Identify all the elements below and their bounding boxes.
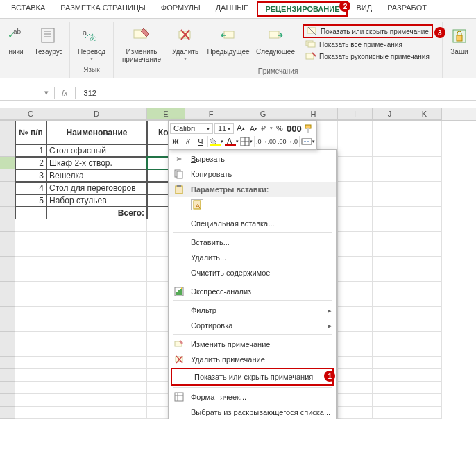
cell-empty[interactable] (15, 344, 46, 357)
ctx-sort[interactable]: Сортировка ▸ (169, 318, 336, 333)
col-header-g[interactable]: G (237, 108, 289, 120)
mini-font-combo[interactable]: Calibri▾ (170, 123, 213, 134)
mini-dec-decimal[interactable]: .00→.0 (278, 135, 298, 148)
cell-empty[interactable] (407, 357, 442, 369)
row-header-7[interactable] (0, 207, 15, 219)
cell-empty[interactable] (15, 319, 46, 332)
cell-empty[interactable] (46, 269, 147, 282)
mini-currency[interactable]: ₽▾ (260, 122, 273, 135)
cell-empty[interactable] (407, 382, 442, 394)
cell-empty[interactable] (338, 232, 373, 244)
cell-empty[interactable] (338, 357, 373, 369)
col-header-k[interactable]: K (407, 108, 442, 120)
cell-d7-total[interactable]: Всего: (46, 207, 147, 219)
cell-d2[interactable]: Стол офисный (46, 144, 147, 157)
cell-empty[interactable] (15, 257, 46, 269)
col-header-d[interactable]: D (46, 108, 147, 120)
tab-review[interactable]: РЕЦЕНЗИРОВАНИЕ 2 (257, 1, 348, 17)
row-header-empty[interactable] (0, 332, 15, 344)
row-header-2[interactable] (0, 144, 15, 157)
cell-empty[interactable] (338, 382, 373, 394)
cell-empty[interactable] (338, 307, 373, 319)
cell-empty[interactable] (373, 319, 407, 332)
cell-empty[interactable] (338, 282, 373, 294)
cell-empty[interactable] (407, 332, 442, 344)
cell-c5[interactable]: 4 (15, 182, 46, 194)
cell-empty[interactable] (46, 294, 147, 307)
ctx-paste-option[interactable]: A (169, 197, 336, 212)
cell-empty[interactable] (15, 269, 46, 282)
cell-empty[interactable] (338, 394, 373, 407)
next-comment-button[interactable]: Следующее (254, 23, 297, 65)
col-header-c[interactable]: C (15, 108, 46, 120)
ctx-copy[interactable]: Копировать (169, 167, 336, 182)
cell-empty[interactable] (407, 219, 442, 232)
ctx-format-cells[interactable]: Формат ячеек... (169, 389, 336, 405)
mini-format-painter[interactable] (303, 122, 314, 135)
cell-empty[interactable] (407, 269, 442, 282)
cell-empty[interactable] (407, 407, 442, 419)
delete-comment-button[interactable]: Удалить ▾ (168, 23, 203, 65)
cell-empty[interactable] (407, 307, 442, 319)
cell-empty[interactable] (373, 257, 407, 269)
row-header-empty[interactable] (0, 369, 15, 382)
cell-c2[interactable]: 1 (15, 144, 46, 157)
cell-empty[interactable] (338, 219, 373, 232)
cell-empty[interactable] (15, 244, 46, 257)
tab-view[interactable]: ВИД (349, 1, 379, 17)
cell-empty[interactable] (46, 219, 147, 232)
mini-shrink-font[interactable]: A▾ (248, 122, 259, 135)
cell-empty[interactable] (407, 319, 442, 332)
row-header-empty[interactable] (0, 394, 15, 407)
cell-empty[interactable] (338, 369, 373, 382)
row-header-4[interactable] (0, 169, 15, 182)
cell-empty[interactable] (407, 369, 442, 382)
cell-d4[interactable]: Вешелка (46, 169, 147, 182)
ctx-delete-comment[interactable]: Удалить примечание (169, 352, 336, 367)
cell-empty[interactable] (407, 344, 442, 357)
header-num[interactable]: № п/п (15, 121, 46, 144)
cell-empty[interactable] (15, 332, 46, 344)
ctx-dropdown-list[interactable]: Выбрать из раскрывающегося списка... (169, 405, 336, 419)
col-header-e[interactable]: E (147, 108, 185, 120)
row-header-3[interactable] (0, 157, 15, 169)
cell-empty[interactable] (338, 319, 373, 332)
cell-d6[interactable]: Набор стульев (46, 194, 147, 207)
cell-empty[interactable] (373, 369, 407, 382)
cell-empty[interactable] (46, 369, 147, 382)
cell-empty[interactable] (407, 257, 442, 269)
cell-empty[interactable] (373, 282, 407, 294)
cell-empty[interactable] (15, 382, 46, 394)
tab-developer[interactable]: РАЗРАБОТ (380, 1, 434, 17)
cell-empty[interactable] (373, 407, 407, 419)
cell-empty[interactable] (373, 244, 407, 257)
cell-empty[interactable] (338, 269, 373, 282)
cell-empty[interactable] (46, 394, 147, 407)
col-header-h[interactable]: H (289, 108, 338, 120)
thesaurus-button[interactable]: Тезаурус (32, 23, 65, 57)
show-all-comments-button[interactable]: Показать все примечания 3 (303, 39, 433, 50)
tab-formulas[interactable]: ФОРМУЛЫ (154, 1, 207, 17)
cell-empty[interactable] (373, 332, 407, 344)
cell-empty[interactable] (338, 332, 373, 344)
cell-d5[interactable]: Стол для переговоров (46, 182, 147, 194)
cell-empty[interactable] (15, 369, 46, 382)
mini-borders[interactable]: ▾ (240, 135, 253, 148)
ctx-insert[interactable]: Вставить... (169, 235, 336, 250)
cell-empty[interactable] (373, 394, 407, 407)
cell-c3[interactable]: 2 (15, 157, 46, 169)
mini-percent[interactable]: % (274, 122, 285, 135)
select-all-corner[interactable] (0, 108, 15, 120)
mini-inc-decimal[interactable]: .0→.00 (256, 135, 276, 148)
ctx-delete[interactable]: Удалить... (169, 250, 336, 265)
row-header-6[interactable] (0, 194, 15, 207)
ctx-paste-special[interactable]: Специальная вставка... (169, 216, 336, 231)
ctx-edit-comment[interactable]: Изменить примечание (169, 337, 336, 352)
col-header-f[interactable]: F (185, 108, 237, 120)
cell-empty[interactable] (338, 407, 373, 419)
cell-empty[interactable] (373, 269, 407, 282)
row-header-empty[interactable] (0, 219, 15, 232)
cell-empty[interactable] (46, 407, 147, 419)
row-header-empty[interactable] (0, 232, 15, 244)
cell-empty[interactable] (338, 344, 373, 357)
